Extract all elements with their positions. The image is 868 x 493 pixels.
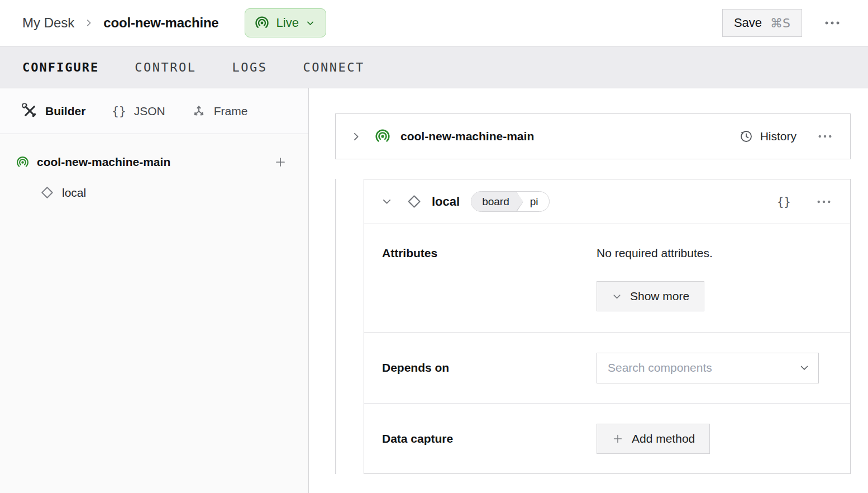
data-capture-label: Data capture [382, 432, 597, 445]
component-type: board [471, 192, 523, 211]
tree-item-machine-part[interactable]: cool-new-machine-main [16, 154, 288, 170]
add-method-label: Add method [632, 432, 695, 445]
view-builder[interactable]: Builder [22, 103, 85, 118]
machine-part-broadcast-icon [16, 155, 30, 169]
show-more-button[interactable]: Show more [597, 281, 704, 311]
live-broadcast-icon [254, 15, 270, 31]
component-card-header: local board pi {} [364, 179, 850, 224]
breadcrumb: My Desk cool-new-machine [22, 15, 219, 31]
view-builder-label: Builder [45, 105, 85, 118]
save-button[interactable]: Save ⌘S [722, 9, 802, 37]
component-card-actions: {} [777, 195, 833, 208]
machine-part-card: cool-new-machine-main History [335, 113, 851, 159]
chevron-down-icon [612, 291, 622, 302]
component-card-local: local board pi {} [364, 179, 851, 474]
view-frame[interactable]: Frame [192, 104, 248, 118]
data-capture-content: Add method [597, 424, 832, 454]
part-card-overflow-menu-button[interactable] [815, 132, 834, 141]
chevron-down-icon [306, 18, 315, 28]
plus-icon [612, 433, 624, 445]
configure-content: Builder {} JSON Frame [0, 88, 868, 493]
frame-axes-icon [192, 104, 206, 118]
tab-connect[interactable]: CONNECT [303, 60, 364, 74]
add-component-button[interactable] [273, 154, 288, 170]
depends-on-section: Depends on [364, 332, 850, 403]
live-status-label: Live [276, 16, 299, 30]
save-button-label: Save [734, 16, 762, 30]
tree-item-component-local[interactable]: local [40, 185, 288, 200]
depends-on-label: Depends on [382, 361, 597, 375]
attributes-label: Attributes [382, 246, 597, 332]
history-clock-icon [739, 129, 753, 144]
depends-on-select [597, 353, 819, 383]
view-json[interactable]: {} JSON [112, 105, 165, 118]
machine-tab-bar: CONFIGURE CONTROL LOGS CONNECT [0, 46, 868, 88]
top-bar: My Desk cool-new-machine Live Save [0, 0, 868, 46]
breadcrumb-chevron-icon [84, 18, 94, 28]
machine-name: cool-new-machine [103, 15, 218, 31]
tab-configure[interactable]: CONFIGURE [22, 60, 99, 74]
attributes-empty-text: No required attributes. [597, 246, 832, 260]
tab-logs[interactable]: LOGS [232, 60, 267, 74]
component-name: local [432, 195, 460, 209]
data-capture-section: Data capture Add method [364, 403, 850, 473]
builder-canvas: cool-new-machine-main History [309, 88, 868, 493]
machine-overflow-menu-button[interactable] [822, 18, 842, 27]
top-bar-actions: Save ⌘S [722, 9, 842, 37]
component-diamond-icon [40, 185, 55, 200]
builder-tools-icon [22, 103, 37, 118]
part-card-name: cool-new-machine-main [400, 130, 534, 143]
braces-icon: {} [112, 105, 126, 118]
machine-part-broadcast-icon [374, 128, 391, 145]
attributes-content: No required attributes. Show more [597, 246, 832, 332]
view-json-label: JSON [134, 105, 165, 118]
breadcrumb-parent-link[interactable]: My Desk [22, 15, 74, 31]
tree-component-name: local [62, 186, 86, 200]
component-diamond-icon [406, 193, 422, 210]
sidebar: Builder {} JSON Frame [0, 88, 309, 493]
attributes-section: Attributes No required attributes. Show … [364, 224, 850, 332]
component-type-model-badge: board pi [471, 191, 549, 212]
component-model: pi [523, 192, 549, 211]
add-method-button[interactable]: Add method [597, 424, 710, 454]
live-status-dropdown[interactable]: Live [245, 8, 326, 37]
part-card-expand-button[interactable] [350, 131, 362, 143]
tab-control[interactable]: CONTROL [135, 60, 196, 74]
machine-part-tree: cool-new-machine-main local [0, 134, 308, 200]
part-card-actions: History [739, 129, 834, 144]
history-button[interactable]: History [739, 129, 797, 144]
show-more-label: Show more [630, 290, 689, 303]
save-shortcut-hint: ⌘S [770, 16, 790, 30]
view-frame-label: Frame [214, 105, 248, 118]
tree-part-name: cool-new-machine-main [37, 155, 170, 169]
part-children-indent: local board pi {} [335, 179, 851, 474]
config-view-switcher: Builder {} JSON Frame [0, 88, 308, 134]
history-button-label: History [760, 130, 797, 143]
component-json-button[interactable]: {} [777, 195, 791, 208]
app-window: My Desk cool-new-machine Live Save [0, 0, 868, 493]
component-overflow-menu-button[interactable] [814, 197, 833, 206]
depends-on-search-input[interactable] [597, 353, 819, 383]
component-collapse-button[interactable] [381, 196, 393, 207]
